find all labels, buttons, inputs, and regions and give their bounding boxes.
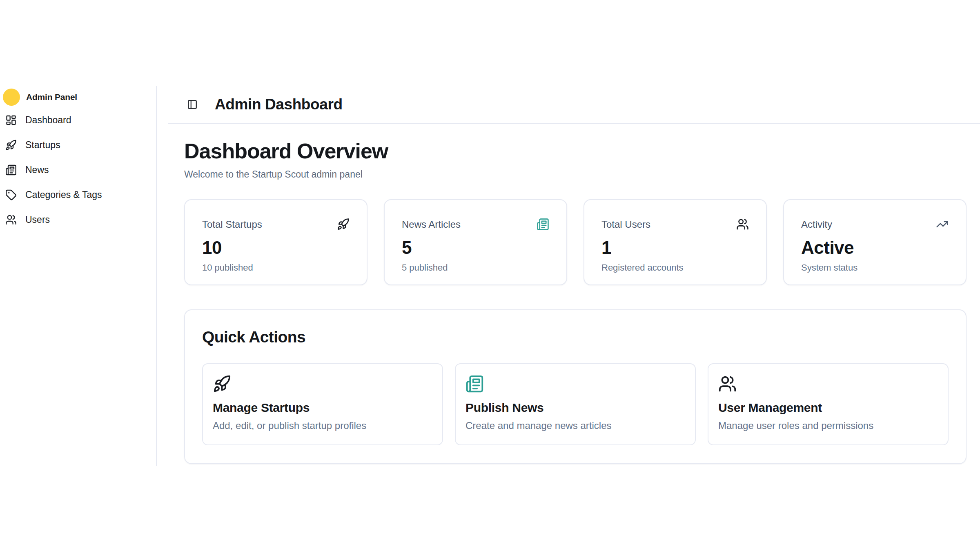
top-header: Admin Dashboard <box>168 86 980 124</box>
sidebar-item-label: Startups <box>25 140 60 151</box>
header-title: Admin Dashboard <box>215 96 343 113</box>
dashboard-page: Dashboard Overview Welcome to the Startu… <box>157 124 980 464</box>
stat-subtext: 5 published <box>402 262 549 273</box>
stat-label: Total Startups <box>202 219 262 230</box>
sidebar-item-news[interactable]: News <box>0 158 156 182</box>
quick-action-user-management[interactable]: User Management Manage user roles and pe… <box>708 363 949 445</box>
quick-actions-title: Quick Actions <box>202 328 949 346</box>
rocket-icon <box>5 139 17 151</box>
sidebar-item-users[interactable]: Users <box>0 207 156 232</box>
quick-action-manage-startups[interactable]: Manage Startups Add, edit, or publish st… <box>202 363 443 445</box>
sidebar-nav: Dashboard Startups News Categories & Tag… <box>0 108 156 232</box>
stat-card-news-articles: News Articles 5 5 published <box>384 199 567 285</box>
stat-label: Total Users <box>601 219 650 230</box>
quick-action-title: Manage Startups <box>213 401 432 415</box>
sidebar-item-categories-tags[interactable]: Categories & Tags <box>0 182 156 207</box>
stat-value: 5 <box>402 238 549 258</box>
panel-left-icon <box>187 99 198 110</box>
sidebar-item-label: Users <box>25 214 50 225</box>
tag-icon <box>5 189 17 201</box>
users-icon <box>736 218 749 231</box>
stat-value: 1 <box>601 238 749 258</box>
stat-value: Active <box>801 238 949 258</box>
rocket-icon <box>213 375 432 393</box>
sidebar-item-startups[interactable]: Startups <box>0 133 156 158</box>
admin-app: Admin Panel Dashboard Startups News Cate… <box>0 86 980 466</box>
stat-subtext: 10 published <box>202 262 350 273</box>
quick-action-publish-news[interactable]: Publish News Create and manage news arti… <box>455 363 696 445</box>
sidebar-brand: Admin Panel <box>0 87 156 108</box>
sidebar-toggle-button[interactable] <box>187 99 198 110</box>
layout-dashboard-icon <box>5 114 17 127</box>
rocket-icon <box>337 218 350 231</box>
quick-action-description: Create and manage news articles <box>466 420 684 431</box>
stat-label: Activity <box>801 219 832 230</box>
quick-action-description: Add, edit, or publish startup profiles <box>213 420 432 431</box>
stat-card-activity: Activity Active System status <box>783 199 967 285</box>
page-subtitle: Welcome to the Startup Scout admin panel <box>184 168 967 180</box>
sidebar-item-label: News <box>25 164 49 176</box>
stat-subtext: System status <box>801 262 949 273</box>
sidebar-item-dashboard[interactable]: Dashboard <box>0 108 156 133</box>
stat-card-total-startups: Total Startups 10 10 published <box>184 199 368 285</box>
sidebar-item-label: Dashboard <box>25 115 71 126</box>
users-icon <box>5 213 17 226</box>
newspaper-icon <box>5 164 17 176</box>
newspaper-icon <box>466 375 684 393</box>
trending-up-icon <box>936 218 949 231</box>
main-area: Admin Dashboard Dashboard Overview Welco… <box>157 86 980 466</box>
stat-value: 10 <box>202 238 350 258</box>
quick-action-title: Publish News <box>466 401 684 415</box>
stat-card-total-users: Total Users 1 Registered accounts <box>584 199 767 285</box>
newspaper-icon <box>537 218 549 231</box>
sidebar-item-label: Categories & Tags <box>25 189 102 200</box>
sidebar: Admin Panel Dashboard Startups News Cate… <box>0 86 157 466</box>
quick-actions-card: Quick Actions Manage Startups Add, edit,… <box>184 309 967 464</box>
stat-subtext: Registered accounts <box>601 262 749 273</box>
quick-actions-grid: Manage Startups Add, edit, or publish st… <box>202 363 949 445</box>
stat-label: News Articles <box>402 219 461 230</box>
users-icon <box>718 375 937 393</box>
brand-logo <box>3 89 20 106</box>
page-title: Dashboard Overview <box>184 140 967 162</box>
quick-action-description: Manage user roles and permissions <box>718 420 937 431</box>
stats-grid: Total Startups 10 10 published News Arti… <box>184 199 967 285</box>
brand-label: Admin Panel <box>26 92 77 102</box>
quick-action-title: User Management <box>718 401 937 415</box>
